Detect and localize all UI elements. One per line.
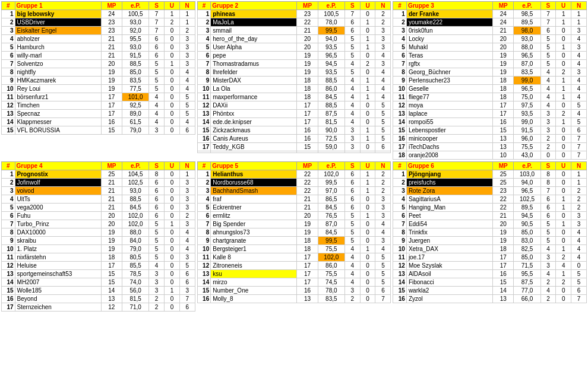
player-n: 5 bbox=[375, 118, 391, 126]
player-u: 1 bbox=[360, 43, 375, 52]
player-ep: 96,5 bbox=[514, 52, 540, 60]
player-rank: 2 bbox=[393, 18, 407, 27]
player-u: 0 bbox=[165, 35, 180, 43]
player-n: 4 bbox=[571, 35, 587, 43]
player-ep: 88,5 bbox=[122, 60, 149, 68]
col-header-n: N bbox=[179, 2, 195, 10]
player-rank: 10 bbox=[2, 245, 15, 253]
player-name: Wolle185 bbox=[15, 287, 101, 295]
player-mp: 17 bbox=[101, 101, 122, 110]
player-rank: 12 bbox=[2, 262, 15, 270]
col-header-mp: MP bbox=[492, 2, 513, 10]
player-ep: 96,5 bbox=[514, 187, 540, 195]
player-rank: 7 bbox=[197, 60, 211, 68]
player-ep: 84,5 bbox=[318, 228, 344, 237]
player-u: 0 bbox=[360, 237, 375, 245]
col-header-ep: e.P. bbox=[318, 162, 344, 170]
player-u: 0 bbox=[556, 212, 571, 220]
player-rank: 1 bbox=[197, 10, 211, 18]
player-ep: 72,5 bbox=[318, 135, 344, 143]
player-u: 1 bbox=[360, 187, 375, 195]
player-rank: 6 bbox=[393, 212, 407, 220]
player-name: Klappmesser bbox=[15, 118, 101, 126]
player-n: 4 bbox=[571, 60, 587, 68]
player-s: 5 bbox=[344, 35, 360, 43]
player-name: BachhandSmash bbox=[211, 187, 297, 195]
player-rank: 15 bbox=[393, 287, 407, 295]
player-s: 6 bbox=[344, 204, 360, 212]
player-ep: 87,5 bbox=[514, 278, 540, 287]
player-n: 7 bbox=[571, 151, 587, 160]
player-rank: 5 bbox=[197, 43, 211, 52]
player-n: 5 bbox=[179, 262, 195, 270]
player-rank: 11 bbox=[197, 93, 211, 101]
player-rank: 8 bbox=[393, 68, 407, 77]
player-ep: 89,0 bbox=[122, 110, 149, 118]
player-u: 2 bbox=[360, 60, 375, 68]
player-name: Teddy_KGB bbox=[211, 143, 297, 151]
player-ep: 43,0 bbox=[514, 151, 540, 160]
player-u: 0 bbox=[556, 143, 571, 151]
table-row: 6ermlitz2076,5513 bbox=[197, 212, 391, 220]
player-u: 1 bbox=[360, 85, 375, 93]
player-rank: 6 bbox=[197, 52, 211, 60]
player-mp: 15 bbox=[492, 126, 513, 135]
player-rank: 16 bbox=[197, 135, 211, 143]
col-header-mp: MP bbox=[101, 162, 122, 170]
player-mp: 21 bbox=[101, 204, 122, 212]
player-name: sportgemeinschaft53 bbox=[15, 270, 101, 278]
player-mp: 18 bbox=[492, 85, 513, 93]
player-rank: 8 bbox=[2, 228, 15, 237]
player-s: 5 bbox=[149, 60, 165, 68]
player-u: 1 bbox=[556, 270, 571, 278]
player-s: 4 bbox=[540, 101, 556, 110]
player-n: 4 bbox=[571, 237, 587, 245]
player-rank: 11 bbox=[197, 253, 211, 262]
player-s: 3 bbox=[540, 262, 556, 270]
player-rank: 4 bbox=[393, 195, 407, 204]
player-rank: 16 bbox=[393, 295, 407, 303]
player-n: 4 bbox=[375, 228, 391, 237]
player-ep: 94,0 bbox=[514, 179, 540, 187]
player-rank: 9 bbox=[197, 237, 211, 245]
table-row: 11joe.171785,0324 bbox=[393, 253, 587, 262]
player-s: 5 bbox=[149, 68, 165, 77]
player-n: 3 bbox=[179, 220, 195, 228]
player-u: 1 bbox=[165, 60, 180, 68]
player-name: youmake222 bbox=[406, 18, 492, 27]
player-mp: 15 bbox=[492, 278, 513, 287]
player-rank: 13 bbox=[2, 110, 15, 118]
player-rank: 8 bbox=[197, 68, 211, 77]
player-name: willy-marl bbox=[15, 52, 101, 60]
player-mp: 20 bbox=[101, 212, 122, 220]
player-ep: 71,5 bbox=[514, 262, 540, 270]
player-rank: 13 bbox=[197, 270, 211, 278]
table-row bbox=[197, 151, 391, 153]
player-s: 4 bbox=[540, 68, 556, 77]
group-name-header: Gruppe 1 bbox=[15, 2, 101, 10]
player-name: oranje2008 bbox=[406, 151, 492, 160]
group-4: #Gruppe 4MPe.P.SUN1Prognostix25104,58012… bbox=[1, 161, 195, 312]
player-u: 0 bbox=[165, 68, 180, 77]
group-name-header: Gruppe 2 bbox=[211, 2, 297, 10]
player-rank: 2 bbox=[197, 18, 211, 27]
player-name: minicooper bbox=[406, 135, 492, 143]
player-name: rompoi55 bbox=[406, 118, 492, 126]
table-row: 11maxperformance1884,5414 bbox=[197, 93, 391, 101]
player-ep: 88,5 bbox=[318, 101, 344, 110]
table-row: 6Teras1996,5504 bbox=[393, 52, 587, 60]
table-row: 8Trinkfix1985,0504 bbox=[393, 228, 587, 237]
player-name: rgftx bbox=[406, 60, 492, 68]
player-mp: 20 bbox=[492, 35, 513, 43]
player-mp: 13 bbox=[492, 143, 513, 151]
table-row: 16Molly_81383,5207 bbox=[197, 295, 391, 303]
player-n: 3 bbox=[179, 287, 195, 295]
player-u: 0 bbox=[360, 118, 375, 126]
player-rank bbox=[197, 151, 211, 153]
player-s: 4 bbox=[149, 262, 165, 270]
player-ep: 56,0 bbox=[122, 287, 149, 295]
table-row: 5Hamburch2193,0603 bbox=[2, 43, 195, 52]
player-mp: 17 bbox=[297, 253, 318, 262]
player-s: 6 bbox=[540, 27, 556, 35]
player-ep: 82,5 bbox=[514, 245, 540, 253]
